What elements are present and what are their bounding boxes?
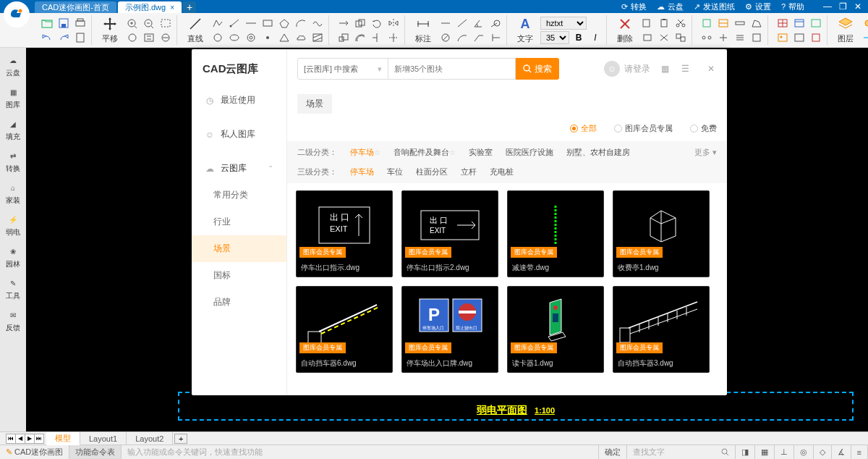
dim-diameter-icon[interactable] <box>438 31 453 44</box>
dim-radius-icon[interactable] <box>488 17 503 30</box>
search-input[interactable] <box>388 58 516 80</box>
card-item[interactable]: 图库会员专属 减速带.dwg <box>507 190 604 277</box>
login-button[interactable]: ☺请登录 <box>604 61 650 77</box>
group-icon[interactable] <box>673 31 688 44</box>
last-page-icon[interactable]: ⏭ <box>34 434 44 444</box>
ellipse-icon[interactable] <box>227 31 242 44</box>
image-icon[interactable] <box>775 31 790 44</box>
tab-layout2[interactable]: Layout2 <box>127 432 173 445</box>
dim-ord-icon[interactable] <box>488 31 503 44</box>
menu-sub-industry[interactable]: 行业 <box>192 209 286 235</box>
rect-icon[interactable] <box>260 17 275 30</box>
cat3-spot[interactable]: 车位 <box>387 167 403 177</box>
list-view-icon[interactable]: ☰ <box>679 63 691 75</box>
props-icon[interactable] <box>699 17 714 30</box>
measure-icon[interactable] <box>733 17 747 30</box>
card-item[interactable]: 图库会员专属 收费亭1.dwg <box>613 190 710 277</box>
pan-button[interactable]: 平移 <box>99 16 121 44</box>
sidebar-fill[interactable]: ◢填充 <box>0 116 26 143</box>
dimension-button[interactable]: 标注 <box>412 16 434 44</box>
text-button[interactable]: A文字 <box>514 16 536 44</box>
redo-icon[interactable] <box>56 31 71 44</box>
tab-model[interactable]: 模型 <box>46 432 80 445</box>
minimize-button[interactable]: — <box>822 1 833 12</box>
help-link[interactable]: ? 帮助 <box>780 1 807 12</box>
cat3-pole[interactable]: 立杆 <box>461 167 477 177</box>
filter-all[interactable]: 全部 <box>570 123 597 134</box>
menu-recent[interactable]: ◷最近使用 <box>192 87 286 114</box>
cat3-parking[interactable]: 停车场 <box>350 167 374 177</box>
sidebar-cloud[interactable]: ☁云盘 <box>0 52 26 80</box>
cloud-link[interactable]: ☁ 云盘 <box>655 1 686 12</box>
close-tab-icon[interactable]: × <box>170 4 174 12</box>
cat2-audio[interactable]: 音响配件及舞台☆ <box>393 147 456 158</box>
settings-link[interactable]: ⚙ 设置 <box>744 1 774 12</box>
sb-snap-icon[interactable]: ◨ <box>736 445 755 459</box>
mirror-icon[interactable] <box>386 17 401 30</box>
dim-aligned-icon[interactable] <box>455 17 469 30</box>
rotate-icon[interactable] <box>370 17 384 30</box>
cat2-lab[interactable]: 实验室 <box>469 147 493 158</box>
close-button[interactable]: ✕ <box>853 1 863 12</box>
explode-icon[interactable] <box>657 31 671 44</box>
sidebar-gallery[interactable]: ▦图库 <box>0 84 26 111</box>
arc-icon[interactable] <box>294 17 308 30</box>
tab-layout1[interactable]: Layout1 <box>80 432 127 445</box>
card-item[interactable]: 出 口EXIT图库会员专属 停车出口指示2.dwg <box>401 190 498 277</box>
menu-sub-brand[interactable]: 品牌 <box>192 289 286 316</box>
circle-icon[interactable] <box>210 31 225 44</box>
sb-cmd[interactable]: 功能命令表 <box>69 445 122 459</box>
zoom-all-icon[interactable] <box>125 31 140 44</box>
cat2-hospital[interactable]: 医院医疗设施 <box>506 147 553 158</box>
menu-sub-standard[interactable]: 国标 <box>192 262 286 289</box>
paste-clip-icon[interactable] <box>657 17 671 30</box>
card-item[interactable]: 出 口EXIT图库会员专属 停车出口指示.dwg <box>296 190 393 277</box>
layer-on-icon[interactable] <box>861 17 868 30</box>
area-icon[interactable] <box>749 17 764 30</box>
sb-confirm[interactable]: 确定 <box>599 445 627 459</box>
dim-arc-icon[interactable] <box>455 31 469 44</box>
polygon-icon[interactable] <box>277 17 292 30</box>
point-icon[interactable] <box>260 31 275 44</box>
block-icon[interactable] <box>640 31 655 44</box>
calc-icon[interactable] <box>749 31 764 44</box>
sb-grid-icon[interactable]: ▦ <box>755 445 775 459</box>
search-button[interactable]: 搜索 <box>516 58 559 80</box>
table2-icon[interactable] <box>792 17 807 30</box>
sb-polar-icon[interactable]: ◎ <box>794 445 814 459</box>
match-icon[interactable] <box>716 17 731 30</box>
sidebar-home[interactable]: ⌂家装 <box>0 180 26 207</box>
maximize-button[interactable]: ❐ <box>838 1 848 12</box>
sb-anno-icon[interactable]: ∡ <box>832 445 851 459</box>
dim-linear-icon[interactable] <box>438 17 453 30</box>
cat2-parking[interactable]: 停车场☆ <box>350 147 380 158</box>
table-icon[interactable] <box>775 17 790 30</box>
dist-icon[interactable] <box>699 31 714 44</box>
grid-view-icon[interactable]: ▦ <box>659 63 671 75</box>
ray-icon[interactable] <box>227 17 242 30</box>
id-icon[interactable] <box>716 31 731 44</box>
polyline-icon[interactable] <box>210 17 225 30</box>
card-item[interactable]: P停车场入口禁止驶出口图库会员专属 停车场出入口牌.dwg <box>401 286 498 373</box>
more-link[interactable]: 更多 ▾ <box>694 147 717 158</box>
line-button[interactable]: 直线 <box>184 16 206 44</box>
card-item[interactable]: 图库会员专属 自动挡车器6.dwg <box>296 286 393 373</box>
add-tab-button[interactable]: + <box>183 1 196 13</box>
offset-icon[interactable] <box>353 31 367 44</box>
pdf-icon[interactable] <box>809 31 823 44</box>
list-icon[interactable] <box>733 31 747 44</box>
scale-icon[interactable] <box>336 31 351 44</box>
fit-icon[interactable] <box>158 31 173 44</box>
convert-link[interactable]: ⟳ 转换 <box>620 1 650 12</box>
sb-lwt-icon[interactable]: ≡ <box>851 445 868 459</box>
italic-icon[interactable]: I <box>588 31 603 44</box>
dim-angular-icon[interactable] <box>472 17 486 30</box>
sb-cmd-input[interactable]: 输入功能或命令关键词，快速查找功能 <box>122 445 598 459</box>
menu-cloud[interactable]: ☁云图库⌃ <box>192 155 286 182</box>
cat3-charge[interactable]: 充电桩 <box>490 167 514 177</box>
sb-find[interactable]: 查找文字 <box>627 445 736 459</box>
new-icon[interactable] <box>73 31 88 44</box>
prev-page-icon[interactable]: ◀ <box>15 434 25 444</box>
open-icon[interactable] <box>40 17 54 30</box>
app-logo[interactable] <box>4 1 30 28</box>
